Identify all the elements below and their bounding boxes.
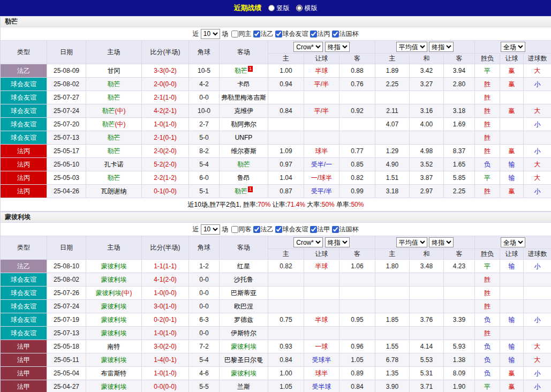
league-filter-0[interactable]: 法乙 (253, 29, 274, 39)
league-filter-2[interactable]: 法丙 (310, 29, 330, 39)
league-filter-checkbox[interactable] (253, 31, 260, 37)
match-row: 球会友谊25-07-26蒙彼利埃(中)1-0(0-0)0-0巴斯蒂亚胜 (1, 287, 551, 300)
match-date: 25-05-04 (47, 367, 86, 380)
same-venue-checkbox[interactable] (231, 31, 238, 37)
home-team-cell[interactable]: 勒芒 (86, 131, 142, 145)
away-team-cell[interactable]: 兰斯 (220, 380, 268, 392)
home-team-cell[interactable]: 孔卡诺 (86, 158, 142, 171)
away-team-cell[interactable]: 鲁昂 (220, 171, 268, 185)
away-team-cell[interactable]: 勒芒 (220, 158, 268, 171)
match-scope-select[interactable]: 全场 (501, 237, 525, 247)
league-filter-2[interactable]: 法甲 (310, 225, 330, 234)
away-team-cell[interactable]: 勒阿弗尔 (220, 118, 268, 131)
home-team-cell[interactable]: 勒芒 (86, 145, 142, 158)
home-team-cell[interactable]: 瓦朗谢纳 (86, 185, 142, 198)
home-team-cell[interactable]: 蒙彼利埃 (86, 313, 142, 327)
home-team-cell[interactable]: 勒芒(中) (86, 118, 142, 131)
away-team-cell[interactable]: 沙托鲁 (220, 273, 268, 287)
away-team-cell[interactable]: 克维伊 (220, 104, 268, 118)
bookmaker-select[interactable]: Crow* (293, 237, 323, 247)
match-scope-select[interactable]: 全场 (501, 42, 525, 52)
outcome-cell: 负 (475, 353, 500, 367)
team-section-title: 蒙彼利埃 (1, 212, 551, 223)
home-team-cell[interactable]: 蒙彼利埃 (86, 353, 142, 367)
avg-stage-select[interactable]: 终指 (429, 237, 454, 247)
league-filter-3[interactable]: 法国杯 (331, 225, 359, 234)
away-team-cell[interactable]: 弗勒里梅洛吉斯 (220, 91, 268, 104)
avg-odds-home: 1.29 (375, 145, 410, 158)
home-team-cell[interactable]: 勒芒(中) (86, 104, 142, 118)
home-team-cell[interactable]: 南特 (86, 340, 142, 353)
handicap-line: 受球半 (304, 353, 339, 367)
league-filter-1[interactable]: 球会友谊 (275, 225, 308, 234)
away-team-cell[interactable]: 伊斯特尔 (220, 327, 268, 340)
bookmaker-stage-select[interactable]: 终指 (325, 42, 350, 52)
away-team-cell[interactable]: 卡昂 (220, 78, 268, 91)
same-venue-filter[interactable]: 同客 (231, 225, 252, 234)
home-team-cell[interactable]: 布雷斯特 (86, 367, 142, 380)
home-team-cell[interactable]: 勒芒 (86, 78, 142, 91)
away-team-cell[interactable]: 红星 (220, 260, 268, 273)
league-filter-checkbox[interactable] (310, 31, 317, 37)
away-team-cell[interactable]: 勒芒1 (220, 64, 268, 78)
away-team-cell[interactable]: 巴斯蒂亚 (220, 287, 268, 300)
away-team-cell[interactable]: 维尔赛斯 (220, 145, 268, 158)
sub-col-header: 主 (375, 54, 410, 64)
team-name: 勒芒 (235, 67, 247, 74)
home-team-cell[interactable]: 蒙彼利埃 (86, 260, 142, 273)
league-filter-checkbox[interactable] (332, 31, 339, 37)
bookmaker-select[interactable]: Crow* (293, 42, 323, 52)
home-team-cell[interactable]: 勒芒 (86, 91, 142, 104)
bookmaker-stage-select[interactable]: 终指 (325, 237, 350, 247)
team-name: 勒芒 (108, 174, 120, 182)
layout-option-vertical[interactable]: 竖版 (268, 4, 290, 13)
home-team-cell[interactable]: 蒙彼利埃 (86, 273, 142, 287)
away-team-cell[interactable]: 欧巴涅 (220, 300, 268, 313)
col-header: 比分(半场) (142, 236, 189, 260)
handicap-odds-home (268, 300, 304, 313)
league-filter-0[interactable]: 法乙 (253, 225, 274, 234)
games-label: 场 (220, 29, 230, 37)
league-filter-checkbox[interactable] (332, 226, 339, 233)
match-count-select[interactable]: 10 (201, 224, 220, 235)
match-row: 球会友谊25-07-27勒芒2-1(1-0)0-0弗勒里梅洛吉斯胜 (1, 91, 551, 104)
goals-result-cell (524, 300, 551, 313)
home-team-cell[interactable]: 蒙彼利埃(中) (86, 287, 142, 300)
vertical-layout-radio[interactable] (268, 5, 275, 11)
handicap-line: 受平/半 (304, 185, 339, 198)
match-row: 球会友谊25-07-24勒芒(中)4-2(2-1)10-0克维伊0.84平/半0… (1, 104, 551, 118)
away-team-cell[interactable]: 罗德兹 (220, 313, 268, 327)
horizontal-layout-radio[interactable] (296, 5, 303, 11)
avg-odds-select[interactable]: 平均值 (396, 42, 427, 52)
away-team-cell[interactable]: 蒙彼利埃 (220, 340, 268, 353)
away-team-cell[interactable]: UNFP (220, 131, 268, 145)
league-filter-checkbox[interactable] (253, 226, 260, 233)
team-name: 勒芒 (102, 107, 115, 115)
league-filter-checkbox[interactable] (275, 226, 282, 233)
same-venue-filter[interactable]: 同主 (231, 29, 252, 39)
team-name: 勒芒 (108, 134, 120, 141)
score-cell: 0-0(0-0) (142, 380, 189, 392)
avg-odds-select[interactable]: 平均值 (396, 237, 427, 247)
league-filter-3[interactable]: 法国杯 (331, 29, 359, 39)
home-team-cell[interactable]: 蒙彼利埃 (86, 380, 142, 392)
away-team-cell[interactable]: 勒芒1 (220, 185, 268, 198)
home-team-cell[interactable]: 勒芒 (86, 171, 142, 185)
away-team-cell[interactable]: 巴黎圣日尔曼 (220, 353, 268, 367)
league-filter-checkbox[interactable] (275, 31, 282, 37)
summary-segment: 50% (322, 201, 335, 208)
match-count-select[interactable]: 10 (201, 29, 220, 39)
league-filter-checkbox[interactable] (310, 226, 317, 233)
league-badge: 法丙 (1, 171, 47, 185)
away-team-cell[interactable]: 蒙彼利埃 (220, 367, 268, 380)
home-team-cell[interactable]: 蒙彼利埃 (86, 300, 142, 313)
home-team-cell[interactable]: 蒙彼利埃 (86, 327, 142, 340)
handicap-odds-home (268, 131, 304, 145)
avg-stage-select[interactable]: 终指 (429, 42, 454, 52)
layout-option-horizontal[interactable]: 横版 (296, 4, 318, 13)
league-badge: 法丙 (1, 185, 47, 198)
same-venue-checkbox[interactable] (231, 226, 238, 233)
handicap-odds-away (339, 287, 375, 300)
home-team-cell[interactable]: 甘冈 (86, 64, 142, 78)
league-filter-1[interactable]: 球会友谊 (275, 29, 308, 39)
